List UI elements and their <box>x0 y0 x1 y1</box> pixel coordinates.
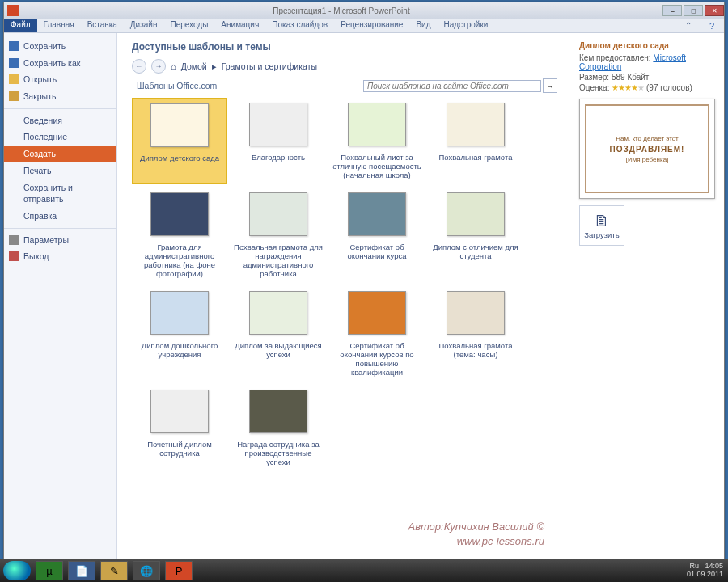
template-thumbnail <box>348 192 406 236</box>
template-label: Похвальная грамота <box>430 153 522 162</box>
sidebar-print[interactable]: Печать <box>4 162 116 179</box>
system-tray[interactable]: Ru 14:05 01.09.2011 <box>687 563 728 579</box>
tab-view[interactable]: Вид <box>409 19 437 32</box>
taskbar-app-5[interactable]: P <box>165 561 193 580</box>
sidebar-save[interactable]: Сохранить <box>4 38 116 55</box>
maximize-button[interactable]: ◻ <box>684 5 703 16</box>
search-input[interactable] <box>363 80 541 92</box>
nav-fwd-button[interactable]: → <box>151 59 166 74</box>
template-thumbnail <box>348 103 406 146</box>
template-preview: Нам, кто делает этот ПОЗДРАВЛЯЕМ! [Имя р… <box>579 99 715 199</box>
preview-headline: ПОЗДРАВЛЯЕМ! <box>610 145 685 154</box>
close-button[interactable]: ✕ <box>705 5 724 16</box>
template-label: Диплом за выдающиеся успехи <box>232 341 324 359</box>
sidebar-new[interactable]: Создать <box>4 146 116 162</box>
template-item[interactable]: Похвальная грамота для награждения админ… <box>231 188 326 283</box>
tab-home[interactable]: Главная <box>37 19 81 32</box>
divider <box>4 108 116 109</box>
breadcrumb-category[interactable]: Грамоты и сертификаты <box>222 61 317 71</box>
tab-insert[interactable]: Вставка <box>81 19 124 32</box>
detail-pane: Диплом детского сада Кем предоставлен: M… <box>569 33 724 559</box>
backstage-sidebar: Сохранить Сохранить как Открыть Закрыть … <box>4 33 117 559</box>
template-label: Диплом детского сада <box>134 154 225 162</box>
template-item[interactable]: Награда сотрудника за производственные у… <box>231 385 326 471</box>
template-item[interactable]: Диплом дошкольного учреждения <box>132 286 227 382</box>
template-thumbnail <box>348 291 406 335</box>
sidebar-exit-label: Выход <box>23 251 49 261</box>
template-thumbnail <box>249 103 307 146</box>
start-button[interactable] <box>3 561 31 580</box>
minimize-button[interactable]: ‒ <box>662 5 682 16</box>
taskbar-app-4[interactable]: 🌐 <box>133 561 160 580</box>
template-thumbnail <box>150 103 209 147</box>
template-item[interactable]: Сертификат об окончании курсов по повыше… <box>329 286 425 382</box>
taskbar-app-1[interactable]: µ <box>36 561 63 580</box>
template-item[interactable]: Почетный диплом сотрудника <box>132 385 227 471</box>
sidebar-recent-label: Последние <box>23 132 67 141</box>
tab-file[interactable]: Файл <box>4 19 37 32</box>
sidebar-saveas[interactable]: Сохранить как <box>4 55 116 72</box>
tab-review[interactable]: Рецензирование <box>334 19 409 32</box>
tab-design[interactable]: Дизайн <box>124 19 164 32</box>
tray-lang[interactable]: Ru <box>689 562 699 570</box>
template-item[interactable]: Похвальный лист за отличную посещаемость… <box>329 98 425 184</box>
divider <box>4 228 116 229</box>
sidebar-recent[interactable]: Последние <box>4 129 116 146</box>
tray-time: 14:05 <box>705 562 723 570</box>
sidebar-options[interactable]: Параметры <box>4 232 116 249</box>
template-item[interactable]: Похвальная грамота <box>428 98 523 184</box>
sidebar-close[interactable]: Закрыть <box>4 88 116 105</box>
document-title: Презентация1 - Microsoft PowerPoint <box>22 6 661 15</box>
preview-field: [Имя ребёнка] <box>626 156 669 163</box>
close-file-icon <box>9 91 19 101</box>
taskbar-app-3[interactable]: ✎ <box>100 561 128 580</box>
save-icon <box>9 41 19 51</box>
sidebar-help[interactable]: Справка <box>4 208 116 225</box>
sidebar-share-label: Сохранить и отправить <box>23 183 73 205</box>
sidebar-info[interactable]: Сведения <box>4 112 116 129</box>
tab-transitions[interactable]: Переходы <box>163 19 214 32</box>
template-item[interactable]: Диплом детского сада <box>132 98 227 184</box>
sidebar-print-label: Печать <box>23 166 51 175</box>
template-item[interactable]: Грамота для административного работника … <box>132 188 227 283</box>
titlebar: Презентация1 - Microsoft PowerPoint ‒ ◻ … <box>4 2 724 19</box>
template-label: Награда сотрудника за производственные у… <box>232 440 324 466</box>
watermark: Автор:Купчихин Василий © www.pc-lessons.… <box>408 520 544 549</box>
search-go-button[interactable]: → <box>543 78 557 93</box>
sidebar-options-label: Параметры <box>23 235 69 245</box>
sidebar-new-label: Создать <box>23 149 56 158</box>
templates-grid-scroll[interactable]: Диплом детского садаБлагодарностьПохваль… <box>132 98 557 550</box>
sidebar-open[interactable]: Открыть <box>4 71 116 88</box>
tab-slideshow[interactable]: Показ слайдов <box>265 19 334 32</box>
saveas-icon <box>9 58 19 68</box>
template-thumbnail <box>447 192 505 236</box>
template-item[interactable]: Благодарность <box>231 98 326 184</box>
template-item[interactable]: Похвальная грамота (тема: часы) <box>428 286 523 382</box>
size-label: Размер: <box>579 73 609 82</box>
template-thumbnail <box>150 192 209 236</box>
ribbon-minimize-icon[interactable]: ⌃ <box>679 19 698 32</box>
template-item[interactable]: Диплом с отличием для студента <box>428 188 523 283</box>
sidebar-share[interactable]: Сохранить и отправить <box>4 179 116 208</box>
templates-grid: Диплом детского садаБлагодарностьПохваль… <box>132 98 557 471</box>
votes-count: (97 голосов) <box>646 83 692 92</box>
template-thumbnail <box>249 390 307 433</box>
sidebar-close-label: Закрыть <box>23 91 56 101</box>
tab-addins[interactable]: Надстройки <box>437 19 494 32</box>
template-label: Похвальная грамота для награждения админ… <box>232 242 324 278</box>
breadcrumb-home[interactable]: Домой <box>181 61 207 71</box>
help-icon[interactable]: ? <box>703 19 721 32</box>
tab-animations[interactable]: Анимация <box>214 19 265 32</box>
sidebar-open-label: Открыть <box>23 74 57 84</box>
nav-back-button[interactable]: ← <box>132 59 146 74</box>
templates-panel: Доступные шаблоны и темы ← → ⌂ Домой ▸ Г… <box>117 33 569 559</box>
sidebar-info-label: Сведения <box>23 116 62 125</box>
home-icon[interactable]: ⌂ <box>171 61 176 71</box>
site-line: www.pc-lessons.ru <box>408 534 544 549</box>
template-label: Почетный диплом сотрудника <box>133 440 226 458</box>
taskbar-app-2[interactable]: 📄 <box>68 561 95 580</box>
template-item[interactable]: Сертификат об окончании курса <box>329 188 425 283</box>
sidebar-exit[interactable]: Выход <box>4 248 116 265</box>
download-button[interactable]: 🗎 Загрузить <box>579 205 624 246</box>
template-item[interactable]: Диплом за выдающиеся успехи <box>231 286 326 382</box>
